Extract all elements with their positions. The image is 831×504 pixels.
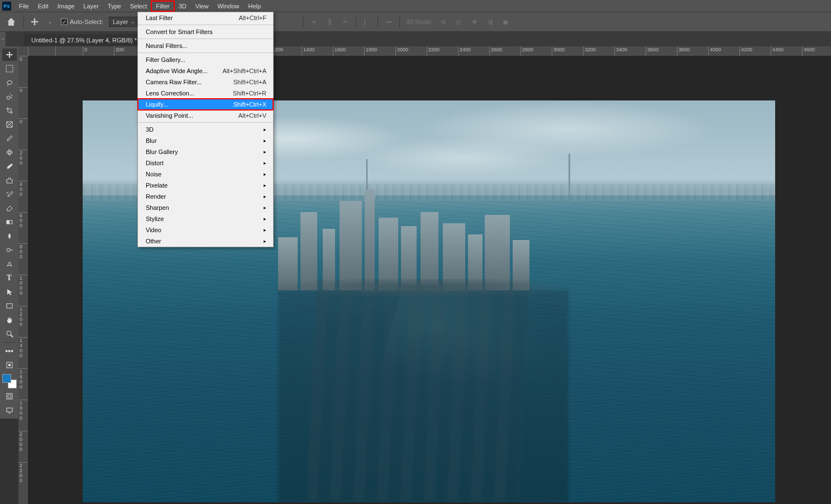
menu-item-render[interactable]: Render▸ [138, 191, 273, 202]
menu-item-vanishing-point[interactable]: Vanishing Point...Alt+Ctrl+V [138, 110, 273, 121]
menu-image[interactable]: Image [53, 1, 79, 11]
menu-item-liquify[interactable]: Liquify...Shift+Ctrl+X [138, 99, 273, 110]
svg-rect-5 [7, 151, 12, 153]
svg-point-9 [7, 248, 10, 252]
menu-item-last-filter[interactable]: Last FilterAlt+Ctrl+F [138, 12, 273, 23]
path-select-tool[interactable] [2, 286, 17, 298]
blur-tool[interactable] [2, 230, 17, 242]
menu-item-camera-raw-filter[interactable]: Camera Raw Filter...Shift+Ctrl+A [138, 76, 273, 88]
menu-item-video[interactable]: Video▸ [138, 224, 273, 236]
frame-tool[interactable] [2, 118, 17, 131]
slide-3d-icon[interactable]: ⇶ [485, 17, 495, 27]
menu-type[interactable]: Type [103, 1, 126, 11]
quickmask-icon[interactable] [2, 390, 17, 402]
menu-item-blur[interactable]: Blur▸ [138, 135, 273, 146]
pan-3d-icon[interactable]: ✥ [469, 17, 479, 27]
menu-item-shortcut: Shift+Ctrl+R [233, 89, 266, 98]
marquee-tool[interactable] [2, 63, 17, 75]
menu-item-label: Stylize [146, 214, 264, 223]
city-reflection [278, 290, 569, 502]
menu-item-filter-gallery[interactable]: Filter Gallery... [138, 54, 273, 65]
city-island [278, 195, 569, 290]
healing-tool[interactable] [2, 146, 17, 159]
menu-item-adaptive-wide-angle[interactable]: Adaptive Wide Angle...Alt+Shift+Ctrl+A [138, 65, 273, 76]
clone-tool[interactable] [2, 174, 17, 186]
history-brush-tool[interactable] [2, 188, 17, 200]
menu-item-label: 3D [146, 125, 264, 134]
crop-tool[interactable] [2, 104, 17, 117]
menu-window[interactable]: Window [213, 1, 243, 11]
align-top-icon[interactable]: ╤ [309, 17, 319, 27]
menu-item-neural-filters[interactable]: Neural Filters... [138, 40, 273, 51]
eraser-tool[interactable] [2, 202, 17, 214]
home-button[interactable] [4, 15, 18, 28]
auto-select-target-dropdown[interactable]: Layer [109, 17, 138, 27]
roll-3d-icon[interactable]: ◎ [453, 17, 464, 27]
more-icon[interactable]: ••• [384, 17, 394, 27]
hand-tool[interactable] [2, 314, 17, 326]
type-tool[interactable]: T [2, 272, 17, 284]
menu-item-sharpen[interactable]: Sharpen▸ [138, 202, 273, 213]
menu-item-noise[interactable]: Noise▸ [138, 169, 273, 180]
color-swatches[interactable] [2, 374, 17, 388]
menu-item-3d[interactable]: 3D▸ [138, 124, 273, 135]
edit-toolbar-icon[interactable] [2, 359, 17, 371]
align-vcenter-icon[interactable]: ╫ [324, 17, 335, 27]
rectangle-tool[interactable] [2, 300, 17, 312]
menu-item-lens-correction[interactable]: Lens Correction...Shift+Ctrl+R [138, 88, 273, 99]
separator [356, 16, 356, 28]
menu-item-blur-gallery[interactable]: Blur Gallery▸ [138, 146, 273, 157]
align-left-icon[interactable]: ▏ [362, 17, 372, 27]
document-tab[interactable]: Untitled-1 @ 27.5% (Layer 4, RGB/8) * × [23, 34, 155, 46]
menu-item-label: Adaptive Wide Angle... [146, 66, 222, 75]
menu-file[interactable]: File [15, 1, 34, 11]
pen-tool[interactable] [2, 258, 17, 270]
menu-help[interactable]: Help [244, 1, 266, 11]
menu-select[interactable]: Select [126, 1, 152, 11]
more-tools-icon[interactable]: ••• [2, 345, 17, 357]
zoom-tool[interactable] [2, 328, 17, 340]
background-spire [569, 153, 570, 195]
submenu-arrow-icon: ▸ [264, 192, 266, 201]
dodge-tool[interactable] [2, 244, 17, 256]
menu-item-label: Render [146, 192, 264, 201]
foreground-color-swatch[interactable] [2, 374, 11, 383]
menu-item-convert-for-smart-filters[interactable]: Convert for Smart Filters [138, 26, 273, 37]
svg-point-17 [8, 395, 11, 398]
quick-select-tool[interactable] [2, 90, 17, 103]
chevron-down-icon[interactable]: ⌄ [45, 17, 55, 27]
lasso-tool[interactable] [2, 76, 17, 89]
screenmode-icon[interactable] [2, 404, 17, 416]
brush-tool[interactable] [2, 160, 17, 172]
camera-3d-icon[interactable]: ▣ [500, 17, 510, 27]
move-tool[interactable] [2, 49, 17, 61]
menu-item-pixelate[interactable]: Pixelate▸ [138, 180, 273, 191]
move-tool-icon [30, 17, 40, 27]
menubar: Ps File Edit Image Layer Type Select Fil… [0, 0, 831, 12]
vertical-ruler[interactable]: 0002 0 04 0 06 0 08 0 01 0 0 01 2 0 01 4… [18, 56, 28, 504]
svg-rect-0 [6, 65, 13, 72]
menu-item-other[interactable]: Other▸ [138, 236, 273, 247]
svg-point-1 [7, 96, 10, 99]
separator [378, 16, 378, 28]
menu-filter[interactable]: Filter [151, 1, 174, 11]
menu-item-stylize[interactable]: Stylize▸ [138, 213, 273, 224]
mode3d-label: 3D Mode: [405, 18, 432, 25]
collapse-grip[interactable]: » [0, 32, 6, 46]
menu-edit[interactable]: Edit [34, 1, 53, 11]
menu-item-shortcut: Alt+Ctrl+V [238, 111, 266, 120]
menu-view[interactable]: View [191, 1, 213, 11]
app-logo: Ps [2, 2, 11, 11]
menu-layer[interactable]: Layer [79, 1, 103, 11]
eyedropper-tool[interactable] [2, 132, 17, 145]
submenu-arrow-icon: ▸ [264, 170, 266, 179]
auto-select-checkbox[interactable]: Auto-Select: [61, 18, 103, 25]
svg-rect-18 [7, 408, 12, 412]
gradient-tool[interactable] [2, 216, 17, 228]
orbit-3d-icon[interactable]: ⟲ [438, 17, 448, 27]
menu-item-distort[interactable]: Distort▸ [138, 157, 273, 169]
svg-rect-6 [8, 150, 11, 155]
menu-3d[interactable]: 3D [174, 1, 191, 11]
svg-rect-8 [7, 220, 9, 224]
align-bottom-icon[interactable]: ╧ [340, 17, 350, 27]
